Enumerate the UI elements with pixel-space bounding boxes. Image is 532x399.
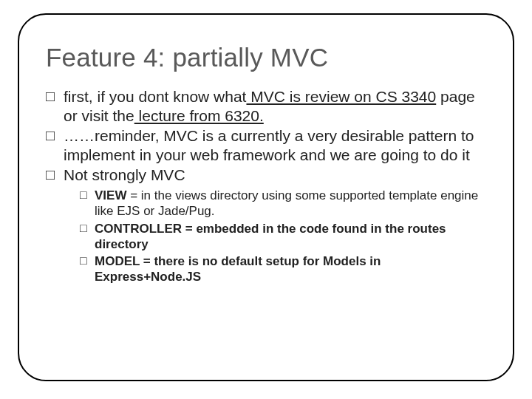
link-lecture-6320[interactable]: lecture from 6320. [134,107,264,124]
bullet-1-text-a: first, if you dont know what [64,88,246,105]
bullet-1: first, if you dont know what MVC is revi… [46,87,486,125]
sub-bullet-view: VIEW = in the views directory using some… [80,188,486,219]
sub-view-label: VIEW [95,188,126,202]
sub-bullet-list: VIEW = in the views directory using some… [64,188,486,285]
sub-view-text: = in the views directory using some supp… [95,188,478,218]
link-mvc-review[interactable]: MVC is review on CS 3340 [246,88,436,105]
sub-bullet-model: MODEL = there is no default setup for Mo… [80,253,486,285]
sub-bullet-controller: CONTROLLER = embedded in the code found … [80,221,486,253]
slide: Feature 4: partially MVC first, if you d… [0,0,532,399]
bullet-list: first, if you dont know what MVC is revi… [46,87,486,285]
bullet-3-text: Not strongly MVC [64,166,185,183]
slide-title: Feature 4: partially MVC [46,43,486,72]
slide-frame: Feature 4: partially MVC first, if you d… [18,13,514,381]
bullet-2: ……reminder, MVC is a currently a very de… [46,126,486,164]
bullet-3: Not strongly MVC VIEW = in the views dir… [46,166,486,284]
